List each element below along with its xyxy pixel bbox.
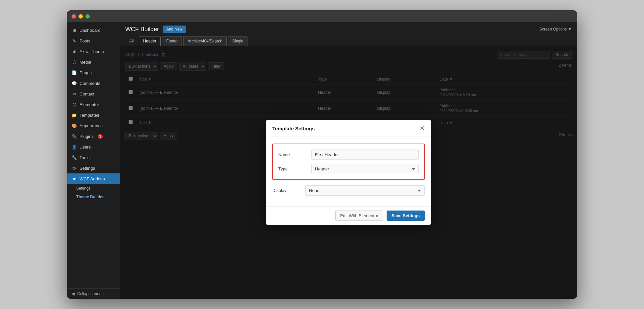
comments-icon: 💬 <box>72 81 77 86</box>
sidebar-item-label: Dashboard <box>80 28 101 33</box>
add-new-button[interactable]: Add New <box>163 26 186 33</box>
sidebar-item-label: Templates <box>80 113 99 118</box>
modal-title: Template Settings <box>272 126 315 131</box>
type-label: Type <box>278 166 311 171</box>
sidebar-item-wcf-addons[interactable]: ★ WCF Addons <box>67 173 120 184</box>
type-field-row: Type Header Footer Archive/404/Search Si… <box>278 164 419 174</box>
sidebar-item-label: Axtra Theme <box>80 49 104 54</box>
sidebar-item-elementor[interactable]: ⬡ Elementor <box>67 99 120 110</box>
main-content: WCF Builder Add New Screen Options ▼ All… <box>120 22 577 299</box>
sidebar-item-label: Contact <box>80 92 94 96</box>
app-body: ⊞ Dashboard ✎ Posts ◈ Axtra Theme ⬡ Medi… <box>67 22 577 299</box>
sidebar-item-axtra-theme[interactable]: ◈ Axtra Theme <box>67 46 120 57</box>
collapse-menu-label: Collapse menu <box>77 291 104 296</box>
minimize-button[interactable] <box>79 14 83 19</box>
sidebar-item-templates[interactable]: 📁 Templates <box>67 110 120 120</box>
page-title: WCF Builder <box>125 26 159 33</box>
titlebar <box>67 10 577 22</box>
sidebar-item-media[interactable]: ⬡ Media <box>67 57 120 67</box>
screen-options-button[interactable]: Screen Options ▼ <box>539 27 572 31</box>
wcf-addons-icon: ★ <box>72 176 77 181</box>
modal-body: Name Type Header Footer Archive/404/Sear… <box>266 137 431 206</box>
modal-close-button[interactable]: ✕ <box>420 125 425 131</box>
pages-icon: 📄 <box>72 70 77 75</box>
modal-footer: Edit With Elementor Save Settings <box>266 206 431 225</box>
type-select[interactable]: Header Footer Archive/404/Search Single <box>311 164 419 174</box>
page-title-row: WCF Builder Add New <box>125 26 186 33</box>
maximize-button[interactable] <box>85 14 90 19</box>
sidebar-item-dashboard[interactable]: ⊞ Dashboard <box>67 25 120 35</box>
sidebar-item-label: Comments <box>80 81 100 86</box>
plugins-badge: 3 <box>98 134 103 139</box>
tab-nav: All Header Footer Archive/404/Search Sin… <box>120 36 577 46</box>
app-window: ⊞ Dashboard ✎ Posts ◈ Axtra Theme ⬡ Medi… <box>67 10 577 299</box>
tools-icon: 🔧 <box>72 155 77 160</box>
posts-icon: ✎ <box>72 38 77 43</box>
elementor-icon: ⬡ <box>72 102 77 107</box>
sidebar-item-contact[interactable]: ✉ Contact <box>67 89 120 99</box>
sidebar-item-label: Media <box>80 60 91 65</box>
name-field-row: Name <box>278 150 419 160</box>
templates-icon: 📁 <box>72 112 77 118</box>
sub-settings-label: Settings <box>76 186 90 191</box>
modal-header: Template Settings ✕ <box>266 120 431 137</box>
sidebar-item-label: Appearance <box>80 123 103 128</box>
sidebar-item-pages[interactable]: 📄 Pages <box>67 67 120 78</box>
name-input[interactable] <box>311 150 419 160</box>
collapse-menu-button[interactable]: ◀ Collapse menu <box>67 288 120 299</box>
tab-single[interactable]: Single <box>228 36 247 46</box>
traffic-lights <box>72 14 90 19</box>
sidebar-item-label: Tools <box>80 155 89 160</box>
content-area: All (3) | Published (3) Search Bulk acti… <box>120 46 577 299</box>
top-bar: WCF Builder Add New Screen Options ▼ <box>120 22 577 36</box>
contact-icon: ✉ <box>72 91 77 96</box>
collapse-menu-icon: ◀ <box>72 291 75 296</box>
appearance-icon: 🎨 <box>72 123 77 128</box>
sidebar-item-label: Settings <box>80 166 95 171</box>
sidebar: ⊞ Dashboard ✎ Posts ◈ Axtra Theme ⬡ Medi… <box>67 22 120 299</box>
tab-all[interactable]: All <box>125 36 137 46</box>
sidebar-item-label: Plugins <box>80 134 94 139</box>
edit-with-elementor-button[interactable]: Edit With Elementor <box>335 211 383 221</box>
media-icon: ⬡ <box>72 59 77 65</box>
sidebar-item-appearance[interactable]: 🎨 Appearance <box>67 120 120 131</box>
name-type-group: Name Type Header Footer Archive/404/Sear… <box>272 144 425 180</box>
sidebar-item-tools[interactable]: 🔧 Tools <box>67 152 120 163</box>
sidebar-item-label: Posts <box>80 38 90 43</box>
sidebar-item-comments[interactable]: 💬 Comments <box>67 78 120 89</box>
sidebar-item-label: Elementor <box>80 102 99 107</box>
plugins-icon: 🔌 <box>72 134 77 139</box>
sidebar-item-label: WCF Addons <box>80 176 105 181</box>
tab-archive[interactable]: Archive/404/Search <box>183 36 227 46</box>
users-icon: 👤 <box>72 144 77 150</box>
sidebar-item-settings[interactable]: ⚙ Settings <box>67 163 120 173</box>
template-settings-modal: Template Settings ✕ Name <box>266 120 431 225</box>
close-button[interactable] <box>72 14 76 19</box>
save-settings-button[interactable]: Save Settings <box>387 211 425 221</box>
sidebar-item-plugins[interactable]: 🔌 Plugins 3 <box>67 131 120 142</box>
display-field-row: Display None Entire Site All Pages All P… <box>272 185 425 196</box>
tab-header[interactable]: Header <box>139 36 160 46</box>
settings-icon: ⚙ <box>72 165 77 171</box>
name-label: Name <box>278 152 311 157</box>
sub-theme-builder-label: Theme Builder <box>76 195 104 199</box>
screen-options-label: Screen Options ▼ <box>539 27 572 31</box>
sidebar-sub-theme-builder[interactable]: Theme Builder <box>67 193 120 201</box>
display-select[interactable]: None Entire Site All Pages All Posts <box>305 185 425 196</box>
tab-footer[interactable]: Footer <box>162 36 182 46</box>
sidebar-item-posts[interactable]: ✎ Posts <box>67 35 120 46</box>
sidebar-item-label: Pages <box>80 70 92 75</box>
modal-overlay: Template Settings ✕ Name <box>120 46 577 299</box>
display-label: Display <box>272 188 305 193</box>
axtra-theme-icon: ◈ <box>72 49 77 54</box>
sidebar-item-label: Users <box>80 145 91 150</box>
sidebar-item-users[interactable]: 👤 Users <box>67 142 120 152</box>
sidebar-sub-settings[interactable]: Settings <box>67 184 120 193</box>
dashboard-icon: ⊞ <box>72 28 77 33</box>
